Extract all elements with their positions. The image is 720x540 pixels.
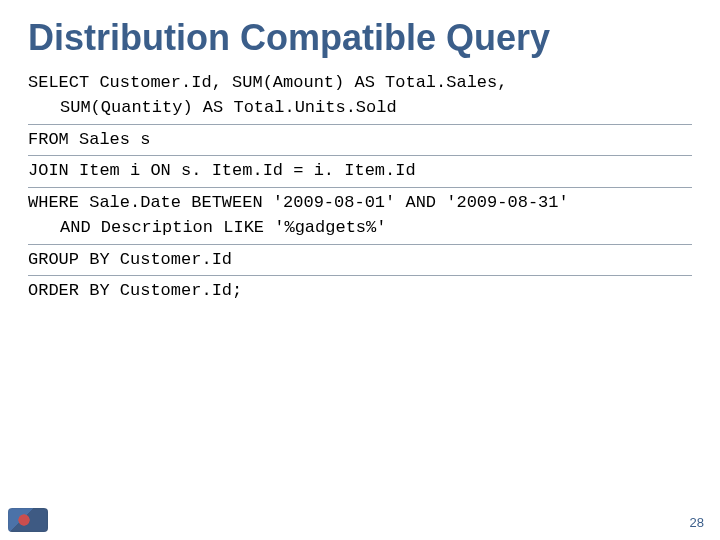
order-by-line: ORDER BY Customer.Id; [28, 281, 242, 300]
group-by-clause: GROUP BY Customer.Id [28, 245, 692, 277]
order-by-clause: ORDER BY Customer.Id; [28, 276, 692, 307]
select-line-1: SELECT Customer.Id, SUM(Amount) AS Total… [28, 73, 507, 92]
group-by-line: GROUP BY Customer.Id [28, 250, 232, 269]
join-clause: JOIN Item i ON s. Item.Id = i. Item.Id [28, 156, 692, 188]
where-clause: WHERE Sale.Date BETWEEN '2009-08-01' AND… [28, 188, 692, 245]
from-line: FROM Sales s [28, 130, 150, 149]
sql-query: SELECT Customer.Id, SUM(Amount) AS Total… [28, 68, 692, 307]
where-line-2: AND Description LIKE '%gadgets%' [28, 215, 692, 241]
logo-icon [8, 508, 48, 532]
page-title: Distribution Compatible Query [28, 18, 692, 58]
from-clause: FROM Sales s [28, 125, 692, 157]
where-line-1: WHERE Sale.Date BETWEEN '2009-08-01' AND… [28, 193, 569, 212]
join-line: JOIN Item i ON s. Item.Id = i. Item.Id [28, 161, 416, 180]
select-clause: SELECT Customer.Id, SUM(Amount) AS Total… [28, 68, 692, 125]
select-line-2: SUM(Quantity) AS Total.Units.Sold [28, 95, 692, 121]
slide: Distribution Compatible Query SELECT Cus… [0, 0, 720, 540]
page-number: 28 [690, 515, 704, 530]
